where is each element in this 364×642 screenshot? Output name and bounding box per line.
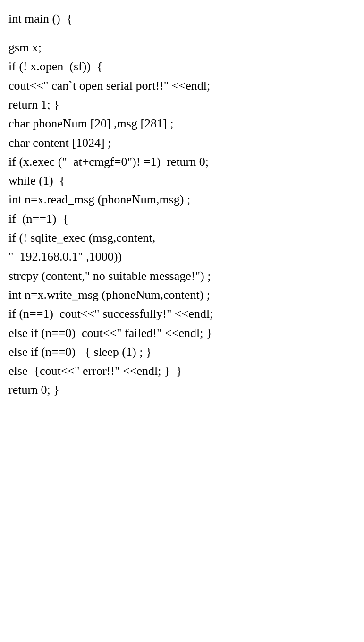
code-line: strcpy (content," no suitable message!")… xyxy=(8,267,356,286)
code-line: gsm x; xyxy=(8,38,356,57)
code-line xyxy=(8,28,356,38)
code-line: else if (n==0) { sleep (1) ; } xyxy=(8,343,356,362)
code-line: char phoneNum [20] ,msg [281] ; xyxy=(8,114,356,133)
code-line: " 192.168.0.1" ,1000)) xyxy=(8,247,356,266)
code-line: else if (n==0) cout<<" failed!" <<endl; … xyxy=(8,324,356,343)
code-line: int n=x.write_msg (phoneNum,content) ; xyxy=(8,286,356,304)
code-block: int main () { gsm x;if (! x.open (sf)) {… xyxy=(8,9,356,400)
code-line: while (1) { xyxy=(8,171,356,190)
code-line: if (n==1) cout<<" successfully!" <<endl; xyxy=(8,304,356,323)
code-line: if (x.exec (" at+cmgf=0")! =1) return 0; xyxy=(8,152,356,171)
code-line: if (n==1) { xyxy=(8,210,356,228)
code-line: else {cout<<" error!!" <<endl; } } xyxy=(8,362,356,380)
code-line: if (! x.open (sf)) { xyxy=(8,57,356,76)
code-line: cout<<" can`t open serial port!!" <<endl… xyxy=(8,76,356,95)
code-line: if (! sqlite_exec (msg,content, xyxy=(8,228,356,247)
code-line: char content [1024] ; xyxy=(8,134,356,152)
code-line: int main () { xyxy=(8,9,356,28)
code-line: int n=x.read_msg (phoneNum,msg) ; xyxy=(8,190,356,209)
code-line: return 1; } xyxy=(8,95,356,114)
code-line: return 0; } xyxy=(8,380,356,399)
